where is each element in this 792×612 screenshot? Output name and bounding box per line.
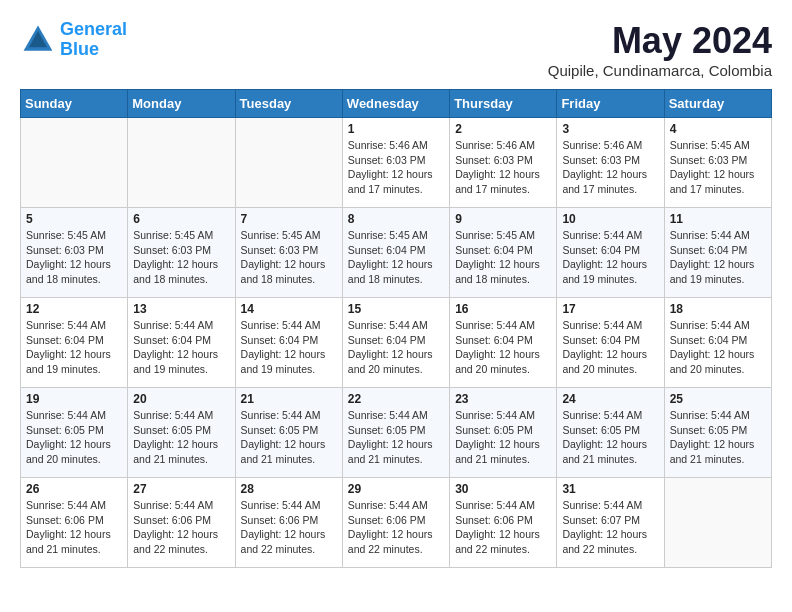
title-block: May 2024 Quipile, Cundinamarca, Colombia — [548, 20, 772, 79]
day-number: 6 — [133, 212, 229, 226]
calendar-cell: 26Sunrise: 5:44 AM Sunset: 6:06 PM Dayli… — [21, 478, 128, 568]
logo: General Blue — [20, 20, 127, 60]
calendar-cell: 28Sunrise: 5:44 AM Sunset: 6:06 PM Dayli… — [235, 478, 342, 568]
calendar-body: 1Sunrise: 5:46 AM Sunset: 6:03 PM Daylig… — [21, 118, 772, 568]
day-info: Sunrise: 5:44 AM Sunset: 6:04 PM Dayligh… — [241, 318, 337, 377]
day-info: Sunrise: 5:46 AM Sunset: 6:03 PM Dayligh… — [455, 138, 551, 197]
day-info: Sunrise: 5:44 AM Sunset: 6:04 PM Dayligh… — [562, 318, 658, 377]
calendar-cell: 27Sunrise: 5:44 AM Sunset: 6:06 PM Dayli… — [128, 478, 235, 568]
calendar-cell: 17Sunrise: 5:44 AM Sunset: 6:04 PM Dayli… — [557, 298, 664, 388]
calendar-cell: 16Sunrise: 5:44 AM Sunset: 6:04 PM Dayli… — [450, 298, 557, 388]
month-title: May 2024 — [548, 20, 772, 62]
calendar-cell: 21Sunrise: 5:44 AM Sunset: 6:05 PM Dayli… — [235, 388, 342, 478]
calendar-cell: 2Sunrise: 5:46 AM Sunset: 6:03 PM Daylig… — [450, 118, 557, 208]
column-header-tuesday: Tuesday — [235, 90, 342, 118]
calendar-cell: 18Sunrise: 5:44 AM Sunset: 6:04 PM Dayli… — [664, 298, 771, 388]
calendar-week-5: 26Sunrise: 5:44 AM Sunset: 6:06 PM Dayli… — [21, 478, 772, 568]
calendar-cell — [664, 478, 771, 568]
column-header-thursday: Thursday — [450, 90, 557, 118]
day-info: Sunrise: 5:45 AM Sunset: 6:03 PM Dayligh… — [26, 228, 122, 287]
day-info: Sunrise: 5:44 AM Sunset: 6:05 PM Dayligh… — [670, 408, 766, 467]
day-number: 15 — [348, 302, 444, 316]
day-info: Sunrise: 5:44 AM Sunset: 6:06 PM Dayligh… — [133, 498, 229, 557]
day-number: 30 — [455, 482, 551, 496]
calendar-week-2: 5Sunrise: 5:45 AM Sunset: 6:03 PM Daylig… — [21, 208, 772, 298]
day-info: Sunrise: 5:44 AM Sunset: 6:05 PM Dayligh… — [348, 408, 444, 467]
calendar-cell: 31Sunrise: 5:44 AM Sunset: 6:07 PM Dayli… — [557, 478, 664, 568]
day-number: 25 — [670, 392, 766, 406]
calendar-cell — [21, 118, 128, 208]
calendar-cell: 20Sunrise: 5:44 AM Sunset: 6:05 PM Dayli… — [128, 388, 235, 478]
day-info: Sunrise: 5:44 AM Sunset: 6:06 PM Dayligh… — [455, 498, 551, 557]
day-number: 21 — [241, 392, 337, 406]
day-number: 3 — [562, 122, 658, 136]
column-header-saturday: Saturday — [664, 90, 771, 118]
day-info: Sunrise: 5:44 AM Sunset: 6:06 PM Dayligh… — [241, 498, 337, 557]
day-number: 22 — [348, 392, 444, 406]
day-number: 18 — [670, 302, 766, 316]
calendar-cell: 1Sunrise: 5:46 AM Sunset: 6:03 PM Daylig… — [342, 118, 449, 208]
calendar-cell: 3Sunrise: 5:46 AM Sunset: 6:03 PM Daylig… — [557, 118, 664, 208]
calendar-week-3: 12Sunrise: 5:44 AM Sunset: 6:04 PM Dayli… — [21, 298, 772, 388]
calendar-header-row: SundayMondayTuesdayWednesdayThursdayFrid… — [21, 90, 772, 118]
day-number: 24 — [562, 392, 658, 406]
day-number: 19 — [26, 392, 122, 406]
calendar-cell: 11Sunrise: 5:44 AM Sunset: 6:04 PM Dayli… — [664, 208, 771, 298]
calendar-cell — [235, 118, 342, 208]
day-info: Sunrise: 5:46 AM Sunset: 6:03 PM Dayligh… — [562, 138, 658, 197]
day-info: Sunrise: 5:44 AM Sunset: 6:05 PM Dayligh… — [26, 408, 122, 467]
day-info: Sunrise: 5:44 AM Sunset: 6:04 PM Dayligh… — [670, 228, 766, 287]
calendar-table: SundayMondayTuesdayWednesdayThursdayFrid… — [20, 89, 772, 568]
calendar-cell: 13Sunrise: 5:44 AM Sunset: 6:04 PM Dayli… — [128, 298, 235, 388]
day-number: 8 — [348, 212, 444, 226]
day-info: Sunrise: 5:44 AM Sunset: 6:05 PM Dayligh… — [562, 408, 658, 467]
day-number: 1 — [348, 122, 444, 136]
calendar-cell: 6Sunrise: 5:45 AM Sunset: 6:03 PM Daylig… — [128, 208, 235, 298]
day-number: 7 — [241, 212, 337, 226]
calendar-cell: 9Sunrise: 5:45 AM Sunset: 6:04 PM Daylig… — [450, 208, 557, 298]
calendar-cell: 19Sunrise: 5:44 AM Sunset: 6:05 PM Dayli… — [21, 388, 128, 478]
calendar-cell: 4Sunrise: 5:45 AM Sunset: 6:03 PM Daylig… — [664, 118, 771, 208]
calendar-cell: 10Sunrise: 5:44 AM Sunset: 6:04 PM Dayli… — [557, 208, 664, 298]
calendar-week-1: 1Sunrise: 5:46 AM Sunset: 6:03 PM Daylig… — [21, 118, 772, 208]
page-header: General Blue May 2024 Quipile, Cundinama… — [20, 20, 772, 79]
calendar-cell: 8Sunrise: 5:45 AM Sunset: 6:04 PM Daylig… — [342, 208, 449, 298]
column-header-sunday: Sunday — [21, 90, 128, 118]
day-number: 29 — [348, 482, 444, 496]
day-number: 4 — [670, 122, 766, 136]
day-number: 9 — [455, 212, 551, 226]
day-info: Sunrise: 5:44 AM Sunset: 6:04 PM Dayligh… — [133, 318, 229, 377]
calendar-cell: 22Sunrise: 5:44 AM Sunset: 6:05 PM Dayli… — [342, 388, 449, 478]
day-info: Sunrise: 5:44 AM Sunset: 6:04 PM Dayligh… — [562, 228, 658, 287]
column-header-wednesday: Wednesday — [342, 90, 449, 118]
calendar-cell: 23Sunrise: 5:44 AM Sunset: 6:05 PM Dayli… — [450, 388, 557, 478]
day-info: Sunrise: 5:44 AM Sunset: 6:05 PM Dayligh… — [241, 408, 337, 467]
day-info: Sunrise: 5:45 AM Sunset: 6:04 PM Dayligh… — [455, 228, 551, 287]
calendar-cell: 29Sunrise: 5:44 AM Sunset: 6:06 PM Dayli… — [342, 478, 449, 568]
day-info: Sunrise: 5:44 AM Sunset: 6:04 PM Dayligh… — [26, 318, 122, 377]
calendar-cell: 24Sunrise: 5:44 AM Sunset: 6:05 PM Dayli… — [557, 388, 664, 478]
day-number: 31 — [562, 482, 658, 496]
day-number: 13 — [133, 302, 229, 316]
day-number: 10 — [562, 212, 658, 226]
day-number: 2 — [455, 122, 551, 136]
day-number: 17 — [562, 302, 658, 316]
location: Quipile, Cundinamarca, Colombia — [548, 62, 772, 79]
calendar-cell: 30Sunrise: 5:44 AM Sunset: 6:06 PM Dayli… — [450, 478, 557, 568]
calendar-cell: 5Sunrise: 5:45 AM Sunset: 6:03 PM Daylig… — [21, 208, 128, 298]
day-info: Sunrise: 5:45 AM Sunset: 6:03 PM Dayligh… — [670, 138, 766, 197]
logo-icon — [20, 22, 56, 58]
column-header-friday: Friday — [557, 90, 664, 118]
day-number: 23 — [455, 392, 551, 406]
day-info: Sunrise: 5:45 AM Sunset: 6:03 PM Dayligh… — [241, 228, 337, 287]
calendar-week-4: 19Sunrise: 5:44 AM Sunset: 6:05 PM Dayli… — [21, 388, 772, 478]
column-header-monday: Monday — [128, 90, 235, 118]
day-number: 26 — [26, 482, 122, 496]
day-info: Sunrise: 5:44 AM Sunset: 6:07 PM Dayligh… — [562, 498, 658, 557]
day-info: Sunrise: 5:45 AM Sunset: 6:03 PM Dayligh… — [133, 228, 229, 287]
day-number: 12 — [26, 302, 122, 316]
day-number: 11 — [670, 212, 766, 226]
day-number: 5 — [26, 212, 122, 226]
day-number: 28 — [241, 482, 337, 496]
calendar-cell: 15Sunrise: 5:44 AM Sunset: 6:04 PM Dayli… — [342, 298, 449, 388]
